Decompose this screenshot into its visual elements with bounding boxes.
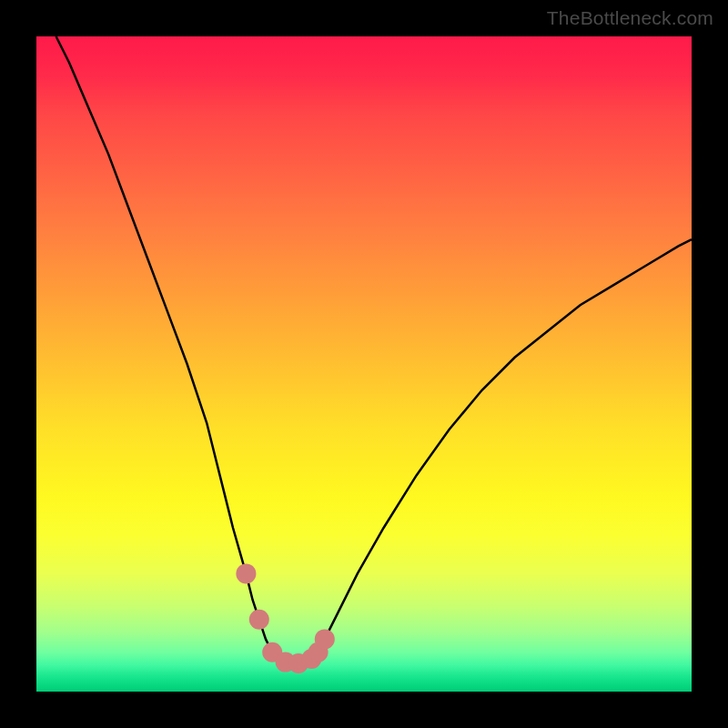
bottleneck-curve-path bbox=[56, 36, 692, 663]
chart-container: TheBottleneck.com bbox=[0, 0, 728, 728]
marker-dot bbox=[236, 563, 256, 583]
watermark-text: TheBottleneck.com bbox=[547, 7, 713, 29]
plot-area bbox=[36, 36, 692, 692]
curve-svg bbox=[36, 36, 692, 692]
marker-dots-group bbox=[236, 563, 334, 673]
marker-dot bbox=[249, 610, 269, 630]
marker-dot bbox=[315, 629, 335, 649]
